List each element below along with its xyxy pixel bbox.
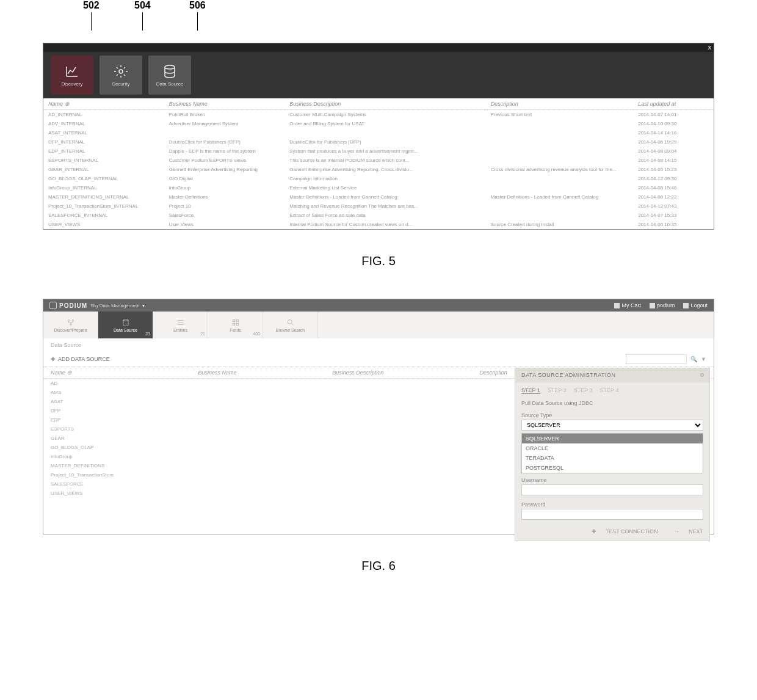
cell-updated: 2014-04-08 15:46 xyxy=(633,183,714,192)
search-icon[interactable]: 🔍 xyxy=(690,356,697,362)
option-teradata[interactable]: TERADATA xyxy=(522,453,703,463)
tree-icon xyxy=(66,318,76,327)
panel-title: DATA SOURCE ADMINISTRATION ⚙ xyxy=(515,368,709,382)
gear-icon xyxy=(112,64,129,79)
table-row[interactable]: AD_INTERNALPointRoll BrokenCustomer Mult… xyxy=(43,110,714,120)
col-bname[interactable]: Business Name xyxy=(164,98,285,110)
search-input[interactable] xyxy=(626,354,687,364)
cell-desc xyxy=(486,119,634,128)
step-2[interactable]: STEP 2 xyxy=(548,387,567,394)
cell-updated: 2014-04-06 12:22 xyxy=(633,192,714,202)
filter-icon[interactable]: ▼ xyxy=(701,356,706,362)
cell-desc xyxy=(486,211,634,220)
cell-name: ESPORTS xyxy=(43,425,191,434)
col-bdesc[interactable]: Business Description xyxy=(284,98,485,110)
col-desc[interactable]: Description xyxy=(486,98,634,110)
cell-bdesc: Extract of Sales Force ad sale data xyxy=(284,211,485,220)
cell-name: AD_INTERNAL xyxy=(43,110,164,120)
mycart-link[interactable]: My Cart xyxy=(614,302,641,308)
cell-name: USER_VIEWS xyxy=(43,220,164,229)
cell-name: Project_10_TransactionStore_INTERNAL xyxy=(43,202,164,211)
table-row[interactable]: EDP_INTERNALDapple - EDP is the name of … xyxy=(43,147,714,156)
lock-icon xyxy=(683,303,689,308)
option-oracle[interactable]: ORACLE xyxy=(522,443,703,453)
table-row[interactable]: USER_VIEWSUser ViewsInternal Podium Sour… xyxy=(43,220,714,229)
nav-discovery[interactable]: Discover/Prepare xyxy=(43,312,98,338)
cell-bname: DoubleClick for Publishers (DFP) xyxy=(164,137,285,147)
col-updated[interactable]: Last updated at xyxy=(633,98,714,110)
cell-name: ADV_INTERNAL xyxy=(43,119,164,128)
logout-link[interactable]: Logout xyxy=(683,302,708,308)
password-input[interactable] xyxy=(521,509,703,520)
user-icon xyxy=(650,303,655,308)
user-link[interactable]: podium xyxy=(650,302,675,308)
step-3[interactable]: STEP 3 xyxy=(574,387,593,394)
cell-bname: Advertiser Management System xyxy=(164,119,285,128)
col-name[interactable]: Name ⊕ xyxy=(43,98,164,110)
cell-bdesc: System that produces a buyer and a adver… xyxy=(284,147,485,156)
table-row[interactable]: Project_10_TransactionStore_INTERNALProj… xyxy=(43,202,714,211)
cell-bdesc: External Marketing List Service xyxy=(284,183,485,192)
panel-actions: ✚TEST CONNECTION →NEXT xyxy=(515,522,709,541)
table-row[interactable]: DFP_INTERNALDoubleClick for Publishers (… xyxy=(43,137,714,147)
cell-desc: Previous Short text xyxy=(486,110,634,120)
cell-desc xyxy=(486,137,634,147)
col-bdesc[interactable]: Business Description xyxy=(325,367,473,379)
cell-updated: 2014-04-12 09:30 xyxy=(633,174,714,183)
cell-bname: Customer Podium ESPORTS views xyxy=(164,156,285,165)
sort-icon[interactable]: ⊕ xyxy=(65,101,70,107)
source-type-select[interactable]: SQLSERVER xyxy=(521,420,703,431)
source-type-dropdown: SQLSERVER ORACLE TERADATA POSTGRESQL xyxy=(521,433,703,473)
step-tabs: STEP 1 STEP 2 STEP 3 STEP 4 xyxy=(515,382,709,398)
cell-name: InfoGroup_INTERNAL xyxy=(43,183,164,192)
table-row[interactable]: ASAT_INTERNAL2014-04-14 14:16 xyxy=(43,128,714,137)
sort-icon[interactable]: ⊕ xyxy=(67,370,72,376)
cell-name: ASAT_INTERNAL xyxy=(43,128,164,137)
add-datasource-button[interactable]: ADD DATA SOURCE xyxy=(58,356,110,362)
option-sqlserver[interactable]: SQLSERVER xyxy=(522,434,703,443)
brand-subtitle: Big Data Management xyxy=(91,303,140,308)
arrow-right-icon: → xyxy=(674,528,679,534)
gear-icon[interactable]: ⚙ xyxy=(700,372,705,378)
brand: PODIUM xyxy=(59,302,87,309)
table-row[interactable]: GO_BLOGS_OLAP_INTERNALG/O DigitalCampaig… xyxy=(43,174,714,183)
username-input[interactable] xyxy=(521,484,703,495)
nav-entities[interactable]: Entities 21 xyxy=(153,312,208,338)
test-connection-button[interactable]: ✚TEST CONNECTION xyxy=(584,528,658,534)
cell-updated: 2014-04-07 14:01 xyxy=(633,110,714,120)
cell-name: GEAR_INTERNAL xyxy=(43,165,164,174)
svg-rect-8 xyxy=(233,323,235,326)
database-icon xyxy=(121,318,131,327)
cell-bname: Gannett Enterprise Advertising Reporting xyxy=(164,165,285,174)
col-name[interactable]: Name ⊕ xyxy=(43,367,191,379)
next-button[interactable]: →NEXT xyxy=(667,528,703,534)
table-row[interactable]: MASTER_DEFINITIONS_INTERNALMaster Defini… xyxy=(43,192,714,202)
cell-desc xyxy=(486,156,634,165)
cell-name: AMS xyxy=(43,388,191,397)
nav-search[interactable]: Browse Search xyxy=(263,312,318,338)
fig6-caption: FIG. 6 xyxy=(0,559,757,573)
table-row[interactable]: SALESFORCE_INTERNALSalesForceExtract of … xyxy=(43,211,714,220)
table-row[interactable]: InfoGroup_INTERNALInfoGroupExternal Mark… xyxy=(43,183,714,192)
cell-name: GEAR xyxy=(43,434,191,443)
datasource-tile[interactable]: Data Source xyxy=(148,56,191,95)
brand-dropdown-icon[interactable]: ▾ xyxy=(142,303,145,308)
tile-label: Discovery xyxy=(61,81,82,87)
step-4[interactable]: STEP 4 xyxy=(600,387,619,394)
cell-bdesc: Customer Multi-Campaign Systems xyxy=(284,110,485,120)
callout-502: 502 xyxy=(83,0,100,11)
close-icon[interactable]: x xyxy=(708,44,711,51)
plus-icon[interactable]: ✚ xyxy=(51,356,56,362)
table-row[interactable]: ESPORTS_INTERNALCustomer Podium ESPORTS … xyxy=(43,156,714,165)
discovery-tile[interactable]: Discovery xyxy=(51,56,93,95)
table-row[interactable]: ADV_INTERNALAdvertiser Management System… xyxy=(43,119,714,128)
plus-icon: ✚ xyxy=(592,528,596,534)
nav-fields[interactable]: Fields 400 xyxy=(208,312,263,338)
security-tile[interactable]: Security xyxy=(100,56,142,95)
col-bname[interactable]: Business Name xyxy=(191,367,325,379)
step-1[interactable]: STEP 1 xyxy=(521,387,540,394)
table-row[interactable]: GEAR_INTERNALGannett Enterprise Advertis… xyxy=(43,165,714,174)
option-postgresql[interactable]: POSTGRESQL xyxy=(522,463,703,473)
cell-updated: 2014-04-08 14:15 xyxy=(633,156,714,165)
nav-datasource[interactable]: Data Source 23 xyxy=(98,312,153,338)
